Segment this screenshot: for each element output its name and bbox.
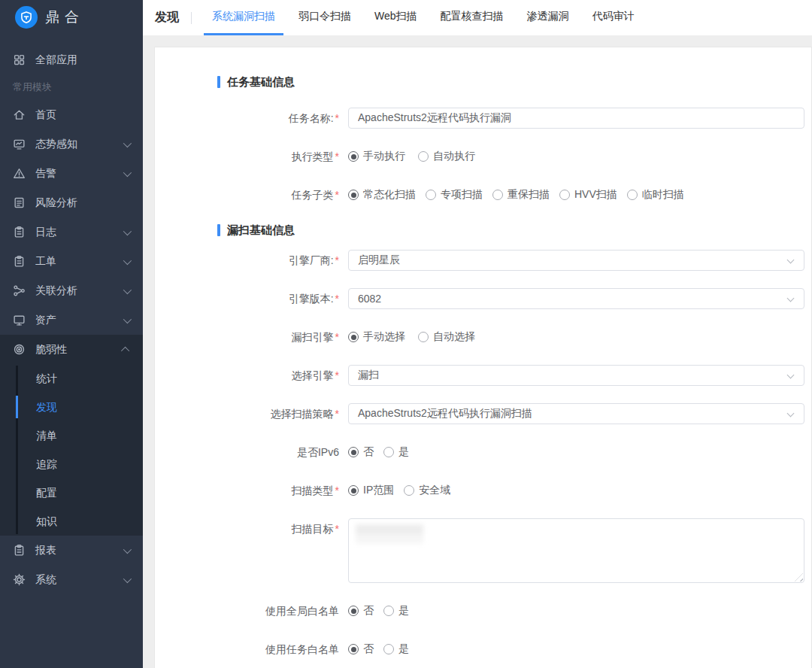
tab-code-audit[interactable]: 代码审计: [584, 0, 643, 35]
required-asterisk: *: [335, 331, 339, 343]
sidebar-item-label: 报表: [35, 544, 123, 557]
form-card: 任务基础信息 任务名称:* 执行类型* 手动执行 自动执行 任务子类* 常态化扫…: [154, 47, 812, 668]
page-title: 发现: [155, 10, 179, 26]
sidebar-item-all-apps[interactable]: 全部应用: [0, 45, 143, 74]
required-asterisk: *: [335, 254, 339, 266]
sidebar-item-home[interactable]: 首页: [0, 100, 143, 129]
radio-ipv6-yes[interactable]: 是: [383, 445, 409, 459]
radio-global-whitelist-no[interactable]: 否: [348, 604, 374, 618]
sidebar-item-logs[interactable]: 日志: [0, 217, 143, 247]
form-row-ipv6: 是否IPv6 否 是: [217, 442, 811, 463]
form-row-scan-engine-mode: 漏扫引擎* 手动选择 自动选择: [217, 326, 811, 348]
chevron-down-icon: [787, 372, 795, 379]
radio-manual-select[interactable]: 手动选择: [348, 330, 405, 344]
alert-triangle-icon: [13, 167, 26, 180]
sidebar-item-reports[interactable]: 报表: [0, 536, 143, 565]
sidebar-item-risk-analysis[interactable]: 风险分析: [0, 188, 143, 217]
field-label: 扫描目标*: [217, 518, 339, 539]
submenu-item-configuration[interactable]: 配置: [0, 478, 143, 507]
radio-selected-icon: [348, 151, 359, 162]
global-whitelist-radio-group: 否 是: [348, 604, 409, 618]
chevron-down-icon: [123, 285, 132, 293]
sidebar-item-label: 资产: [35, 314, 123, 327]
radio-security-domain[interactable]: 安全域: [404, 484, 450, 497]
tab-web-scan[interactable]: Web扫描: [366, 0, 426, 35]
chevron-down-icon: [123, 314, 132, 323]
form-row-task-subtype: 任务子类* 常态化扫描 专项扫描 重保扫描 HVV扫描 临时扫描: [217, 184, 811, 205]
field-label: 使用任务白名单: [217, 639, 339, 660]
field-label: 引擎厂商:*: [217, 250, 339, 271]
submenu-item-inventory[interactable]: 清单: [0, 421, 143, 450]
radio-ip-range[interactable]: IP范围: [348, 484, 394, 497]
gear-icon: [13, 573, 26, 586]
required-asterisk: *: [335, 150, 339, 162]
tab-config-check-scan[interactable]: 配置核查扫描: [432, 0, 512, 35]
sidebar-item-label: 工单: [35, 255, 123, 269]
apps-grid-icon: [13, 53, 26, 66]
field-label: 选择扫描策略*: [217, 403, 339, 424]
select-engine-select[interactable]: 漏扫: [348, 365, 804, 386]
scan-target-textarea[interactable]: [348, 518, 804, 583]
radio-selected-icon: [348, 606, 359, 616]
sidebar-item-assets[interactable]: 资产: [0, 305, 143, 335]
chevron-down-icon: [123, 226, 132, 235]
sidebar-item-system[interactable]: 系统: [0, 565, 143, 594]
field-label: 是否IPv6: [217, 442, 339, 463]
radio-hvv-scan[interactable]: HVV扫描: [559, 188, 617, 202]
radio-unselected-icon: [418, 332, 429, 342]
radio-temporary-scan[interactable]: 临时扫描: [627, 188, 684, 202]
radio-unselected-icon: [559, 190, 570, 200]
sidebar-item-situation-awareness[interactable]: 态势感知: [0, 129, 143, 159]
radio-manual-exec[interactable]: 手动执行: [348, 150, 405, 163]
tab-weak-password-scan[interactable]: 弱口令扫描: [290, 0, 359, 35]
field-label: 任务子类*: [217, 184, 339, 205]
shield-icon: [15, 6, 38, 29]
radio-unselected-icon: [383, 606, 394, 616]
sidebar-item-alerts[interactable]: 告警: [0, 159, 143, 188]
radio-task-whitelist-no[interactable]: 否: [348, 642, 374, 656]
sidebar-item-label: 全部应用: [35, 53, 132, 67]
radio-auto-exec[interactable]: 自动执行: [418, 150, 475, 163]
chevron-down-icon: [787, 295, 795, 302]
radio-ipv6-no[interactable]: 否: [348, 445, 374, 459]
radio-special-scan[interactable]: 专项扫描: [426, 188, 483, 202]
resize-handle[interactable]: [795, 573, 803, 581]
sidebar-nav: 全部应用 常用模块 首页 态势感知 告警 风险分析: [0, 35, 143, 594]
brand-logo[interactable]: 鼎合: [0, 0, 143, 35]
tab-system-vuln-scan[interactable]: 系统漏洞扫描: [204, 0, 283, 35]
submenu-item-knowledge[interactable]: 知识: [0, 507, 143, 536]
title-divider: [191, 12, 192, 24]
engine-version-select[interactable]: 6082: [348, 288, 804, 309]
tab-penetration-vuln[interactable]: 渗透漏洞: [519, 0, 577, 35]
submenu-item-statistics[interactable]: 统计: [0, 364, 143, 393]
submenu-item-tracking[interactable]: 追踪: [0, 450, 143, 478]
sidebar-group-vulnerability: 脆弱性 统计 发现 清单 追踪 配置 知识: [0, 335, 143, 536]
required-asterisk: *: [335, 484, 339, 496]
radio-global-whitelist-yes[interactable]: 是: [383, 604, 409, 618]
sidebar-item-label: 系统: [35, 573, 123, 587]
task-name-input[interactable]: [348, 108, 804, 129]
form-row-select-engine: 选择引擎* 漏扫: [217, 365, 811, 386]
scan-policy-select[interactable]: ApacheStruts2远程代码执行漏洞扫描: [348, 403, 804, 424]
radio-key-protection-scan[interactable]: 重保扫描: [492, 188, 550, 202]
engine-vendor-select[interactable]: 启明星辰: [348, 250, 804, 271]
task-subtype-radio-group: 常态化扫描 专项扫描 重保扫描 HVV扫描 临时扫描: [348, 188, 684, 202]
radio-unselected-icon: [627, 190, 638, 200]
sidebar-item-work-orders[interactable]: 工单: [0, 247, 143, 276]
report-clipboard-icon: [13, 544, 26, 557]
sidebar-item-label: 关联分析: [35, 284, 123, 298]
radio-auto-select[interactable]: 自动选择: [418, 330, 475, 344]
section-title-task-basic-info: 任务基础信息: [217, 74, 811, 90]
chevron-down-icon: [123, 168, 132, 176]
sidebar-item-vulnerability[interactable]: 脆弱性: [0, 335, 143, 364]
radio-normalized-scan[interactable]: 常态化扫描: [348, 188, 416, 202]
field-label: 漏扫引擎*: [217, 326, 339, 348]
radio-unselected-icon: [418, 151, 429, 162]
form-row-scan-policy: 选择扫描策略* ApacheStruts2远程代码执行漏洞扫描: [217, 403, 811, 424]
exec-type-radio-group: 手动执行 自动执行: [348, 150, 475, 163]
sidebar-item-correlation-analysis[interactable]: 关联分析: [0, 276, 143, 305]
required-asterisk: *: [335, 293, 339, 305]
required-asterisk: *: [335, 369, 339, 381]
radio-task-whitelist-yes[interactable]: 是: [383, 642, 409, 656]
submenu-item-discovery[interactable]: 发现: [0, 393, 143, 421]
